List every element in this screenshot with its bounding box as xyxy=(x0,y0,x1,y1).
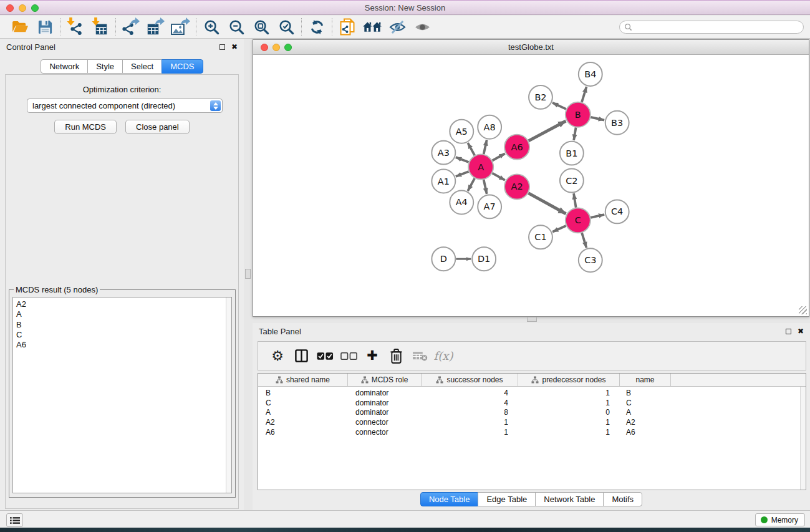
edge-A-A2[interactable] xyxy=(493,173,505,180)
save-session-button[interactable] xyxy=(32,17,57,37)
column-header-successor-nodes[interactable]: successor nodes xyxy=(422,374,518,386)
graph-node-A2[interactable]: A2 xyxy=(504,175,529,200)
edge-B-B3[interactable] xyxy=(591,117,604,120)
show-all-button[interactable] xyxy=(410,17,435,37)
edge-C-C3[interactable] xyxy=(582,233,586,248)
minimize-window-button[interactable] xyxy=(19,4,26,12)
new-network-from-selection-button[interactable] xyxy=(335,17,360,37)
graph-node-C2[interactable]: C2 xyxy=(560,169,584,193)
edge-A-A6[interactable] xyxy=(493,153,505,160)
result-item[interactable]: C xyxy=(16,330,231,340)
import-table-button[interactable] xyxy=(88,17,113,37)
edge-A-A8[interactable] xyxy=(484,140,487,154)
graph-node-B[interactable]: B xyxy=(566,102,591,127)
edge-A-A3[interactable] xyxy=(456,157,469,162)
export-table-button[interactable] xyxy=(143,17,168,37)
run-mcds-button[interactable]: Run MCDS xyxy=(54,120,117,134)
export-network-button[interactable] xyxy=(118,17,143,37)
graph-node-A5[interactable]: A5 xyxy=(450,120,473,143)
select-all-button[interactable] xyxy=(313,345,337,367)
result-item[interactable]: A6 xyxy=(16,340,231,350)
table-row[interactable]: A2connector11A2 xyxy=(258,417,800,427)
edge-B-B1[interactable] xyxy=(574,127,576,140)
tab-mcds[interactable]: MCDS xyxy=(162,59,203,74)
delete-column-button[interactable] xyxy=(384,345,408,367)
graph-node-B4[interactable]: B4 xyxy=(579,62,602,86)
open-file-button[interactable] xyxy=(7,17,32,37)
tab-motifs[interactable]: Motifs xyxy=(603,492,642,506)
float-panel-icon[interactable] xyxy=(786,329,791,334)
close-window-button[interactable] xyxy=(6,4,14,12)
result-scrollbar[interactable] xyxy=(226,297,231,493)
column-header-name[interactable]: name xyxy=(620,374,671,386)
network-minimize-button[interactable] xyxy=(272,44,280,51)
network-close-button[interactable] xyxy=(261,44,268,51)
result-item[interactable]: B xyxy=(16,320,231,330)
window-resize-grip[interactable] xyxy=(799,306,807,314)
function-builder-button[interactable]: f(x) xyxy=(432,345,455,367)
column-header-mcds-role[interactable]: MCDS role xyxy=(348,374,422,386)
deselect-all-button[interactable] xyxy=(337,345,360,367)
edge-C-C1[interactable] xyxy=(552,226,566,232)
network-zoom-button[interactable] xyxy=(284,44,292,51)
tab-edge-table[interactable]: Edge Table xyxy=(478,492,536,506)
graph-node-A[interactable]: A xyxy=(468,155,493,180)
task-history-button[interactable] xyxy=(6,513,23,527)
table-settings-button[interactable]: ⚙ xyxy=(266,345,289,367)
edge-A-A7[interactable] xyxy=(484,180,487,194)
graph-node-D[interactable]: D xyxy=(432,247,455,271)
graph-node-A3[interactable]: A3 xyxy=(432,141,455,165)
result-item[interactable]: A2 xyxy=(16,299,231,309)
tab-node-table[interactable]: Node Table xyxy=(420,492,479,506)
edge-B-B2[interactable] xyxy=(552,103,566,109)
edge-A6-B[interactable] xyxy=(529,121,566,141)
horizontal-splitter-handle[interactable] xyxy=(527,317,537,322)
edge-A-A4[interactable] xyxy=(468,178,475,191)
show-columns-button[interactable] xyxy=(289,345,313,367)
import-network-button[interactable] xyxy=(63,17,88,37)
network-window-titlebar[interactable]: testGlobe.txt xyxy=(253,40,809,55)
graph-node-A4[interactable]: A4 xyxy=(450,190,473,214)
tab-network-table[interactable]: Network Table xyxy=(535,492,604,506)
graph-node-C[interactable]: C xyxy=(566,208,591,233)
tab-style[interactable]: Style xyxy=(87,59,123,74)
zoom-in-button[interactable] xyxy=(199,17,224,37)
column-header-predecessor-nodes[interactable]: predecessor nodes xyxy=(518,374,620,386)
add-column-button[interactable]: ✚ xyxy=(360,345,384,367)
graph-node-A8[interactable]: A8 xyxy=(478,115,501,139)
result-item[interactable]: A xyxy=(16,309,231,319)
float-panel-icon[interactable] xyxy=(219,44,225,50)
hide-selected-button[interactable] xyxy=(385,17,410,37)
search-field[interactable] xyxy=(619,21,804,34)
table-row[interactable]: Cdominator41C xyxy=(258,398,800,408)
edge-A2-C[interactable] xyxy=(528,193,566,214)
network-canvas[interactable]: B4B2BB3A8A5A6A3B1AA1C2A2A4A7C4CC1DD1C3 xyxy=(254,55,808,316)
edge-A-A5[interactable] xyxy=(468,143,475,155)
delete-table-button[interactable] xyxy=(408,345,432,367)
graph-node-D1[interactable]: D1 xyxy=(472,247,496,271)
edge-A-A1[interactable] xyxy=(456,172,469,177)
zoom-window-button[interactable] xyxy=(31,4,39,12)
search-input[interactable] xyxy=(635,22,803,32)
graph-node-A6[interactable]: A6 xyxy=(504,135,529,160)
table-row[interactable]: Bdominator41B xyxy=(258,388,800,398)
first-neighbors-button[interactable] xyxy=(360,17,385,37)
memory-button[interactable]: Memory xyxy=(755,513,805,526)
graph-node-B3[interactable]: B3 xyxy=(605,111,629,135)
graph-node-B2[interactable]: B2 xyxy=(529,85,552,109)
export-image-button[interactable] xyxy=(168,17,193,37)
edge-C-C2[interactable] xyxy=(574,193,576,208)
close-panel-icon[interactable]: ✖ xyxy=(231,42,238,51)
vertical-splitter-handle[interactable] xyxy=(245,269,251,279)
tab-network[interactable]: Network xyxy=(41,59,88,74)
graph-node-C3[interactable]: C3 xyxy=(579,248,602,272)
zoom-selected-button[interactable] xyxy=(274,17,299,37)
graph-node-A7[interactable]: A7 xyxy=(478,195,501,218)
close-panel-icon[interactable]: ✖ xyxy=(798,327,804,336)
graph-node-A1[interactable]: A1 xyxy=(432,170,455,193)
graph-node-C1[interactable]: C1 xyxy=(529,225,552,249)
table-row[interactable]: Adominator80A xyxy=(258,407,800,417)
graph-node-C4[interactable]: C4 xyxy=(605,200,629,223)
table-scrollbar[interactable] xyxy=(800,387,806,490)
criterion-dropdown[interactable]: largest connected component (directed) xyxy=(27,99,223,113)
